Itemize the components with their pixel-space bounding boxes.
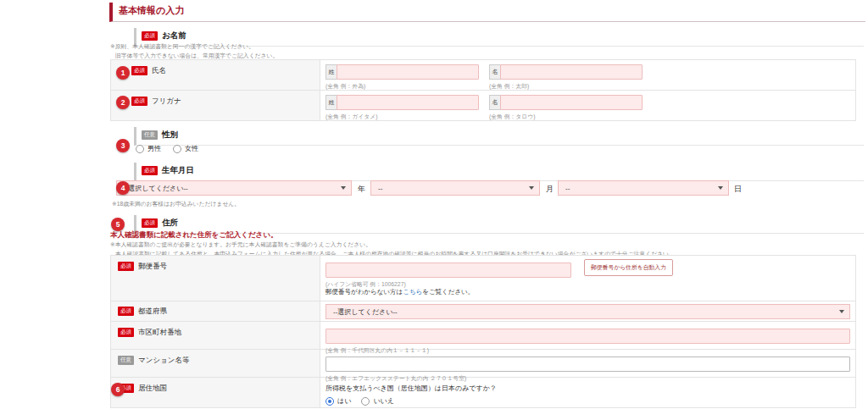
required-badge: 必須 bbox=[118, 307, 134, 316]
table-row-postal: 必須 郵便番号 郵便番号から住所を自動入力 (ハイフン省略可 例：1006227… bbox=[111, 256, 855, 301]
lastname-group: 姓 (全角 例：外為) bbox=[326, 64, 479, 91]
table-row-furigana: 必須 フリガナ 姓 (全角 例：ガイタメ) 名 (全角 例：タロウ) bbox=[111, 91, 855, 121]
address-lead-text: 本人確認書類に記載された住所をご記入ください。 bbox=[110, 230, 278, 240]
prefecture-value: --選択してください-- bbox=[333, 307, 398, 317]
table-row-residence: 必須 居住地国 所得税を支払うべき国（居住地国）は日本のみですか？ はい いいえ bbox=[111, 378, 855, 408]
residence-option-yes[interactable]: はい bbox=[326, 396, 351, 406]
required-badge: 必須 bbox=[142, 31, 158, 41]
firstname-group: 名 (全角 例：太郎) bbox=[489, 64, 643, 91]
lastname-input[interactable] bbox=[337, 64, 479, 80]
lastname-kana-group: 姓 (全角 例：ガイタメ) bbox=[326, 95, 479, 121]
name-notes: ※原則、本人確認書類と同一の漢字でご記入ください。 旧字体等で入力できない場合は… bbox=[110, 42, 278, 60]
required-badge: 必須 bbox=[118, 262, 134, 271]
city-label-cell: 必須 市区町村番地 bbox=[111, 322, 320, 349]
firstname-input[interactable] bbox=[500, 64, 643, 80]
section-title-birthdate: 生年月日 bbox=[162, 165, 194, 176]
year-unit-label: 年 bbox=[358, 184, 365, 195]
furigana-fields: 姓 (全角 例：ガイタメ) 名 (全角 例：タロウ) bbox=[320, 91, 855, 120]
section-header-birthdate: 必須 生年月日 bbox=[134, 163, 864, 181]
birth-day-value: -- bbox=[565, 185, 570, 192]
postal-link-line: 郵便番号がわからない方はこちらをご覧ください。 bbox=[326, 288, 474, 296]
required-badge: 必須 bbox=[142, 166, 158, 175]
required-badge: 必須 bbox=[118, 328, 134, 337]
building-input[interactable] bbox=[326, 356, 850, 372]
fullname-fields: 姓 (全角 例：外為) 名 (全角 例：太郎) bbox=[320, 60, 855, 90]
required-badge: 必須 bbox=[142, 218, 158, 228]
residence-label: 居住地国 bbox=[138, 384, 167, 394]
section-header-gender: 任意 性別 bbox=[134, 127, 864, 146]
birth-year-select[interactable]: --選択してください-- bbox=[116, 180, 352, 196]
firstname-kana-group: 名 (全角 例：タロウ) bbox=[489, 95, 643, 121]
firstname-hint: (全角 例：太郎) bbox=[489, 82, 643, 91]
postal-fields: 郵便番号から住所を自動入力 (ハイフン省略可 例：1006227) 郵便番号がわ… bbox=[320, 256, 855, 301]
postal-code-input[interactable] bbox=[326, 263, 571, 278]
required-badge: 必須 bbox=[131, 97, 147, 106]
radio-selected-icon[interactable] bbox=[326, 397, 334, 406]
residence-option-no[interactable]: いいえ bbox=[361, 396, 394, 406]
building-label-cell: 任意 マンション名等 bbox=[111, 350, 320, 377]
postal-hint: (ハイフン省略可 例：1006227) bbox=[326, 280, 855, 289]
birth-year-value: --選択してください-- bbox=[124, 184, 188, 193]
gender-option-male[interactable]: 男性 bbox=[136, 144, 161, 153]
table-row-city: 必須 市区町村番地 (全角 例：千代田区丸の内１－１１－１) bbox=[111, 322, 855, 350]
name-table: 必須 氏名 姓 (全角 例：外為) 名 (全角 例：太郎) bbox=[110, 59, 856, 121]
gender-option-female[interactable]: 女性 bbox=[173, 144, 198, 153]
chevron-down-icon bbox=[341, 186, 346, 190]
furigana-label-cell: 必須 フリガナ bbox=[111, 91, 320, 120]
lastname-kana-input[interactable] bbox=[337, 95, 479, 110]
residence-question: 所得税を支払うべき国（居住地国）は日本のみですか？ bbox=[326, 384, 855, 393]
table-row-fullname: 必須 氏名 姓 (全角 例：外為) 名 (全角 例：太郎) bbox=[111, 60, 855, 91]
month-unit-label: 月 bbox=[546, 184, 554, 195]
postal-link-pre: 郵便番号がわからない方は bbox=[326, 288, 403, 296]
residence-radio-group: はい いいえ bbox=[326, 396, 855, 406]
optional-badge: 任意 bbox=[142, 130, 158, 140]
fullname-label-cell: 必須 氏名 bbox=[111, 60, 320, 90]
city-label: 市区町村番地 bbox=[138, 328, 181, 338]
prefecture-label-cell: 必須 都道府県 bbox=[111, 301, 320, 321]
prefecture-select[interactable]: --選択してください-- bbox=[326, 304, 850, 319]
firstname-prefix: 名 bbox=[489, 64, 501, 80]
birth-month-select[interactable]: -- bbox=[370, 180, 540, 196]
optional-badge: 任意 bbox=[118, 356, 134, 365]
postal-help-link[interactable]: こちら bbox=[403, 288, 422, 296]
residence-yes-label: はい bbox=[337, 396, 351, 406]
section-title-address: 住所 bbox=[162, 218, 178, 229]
table-row-building: 任意 マンション名等 (全角 例：エフエックスステート丸の内 ２７０１号室) bbox=[111, 350, 855, 378]
firstname-kana-prefix: 名 bbox=[489, 95, 501, 110]
prefecture-field: --選択してください-- bbox=[320, 301, 855, 321]
lastname-hint: (全角 例：外為) bbox=[326, 82, 479, 91]
city-input[interactable] bbox=[326, 329, 850, 344]
postal-label-cell: 必須 郵便番号 bbox=[111, 256, 320, 301]
page-title: 基本情報の入力 bbox=[109, 3, 865, 22]
step-badge-1: 1 bbox=[116, 66, 130, 80]
furigana-label: フリガナ bbox=[152, 97, 181, 107]
residence-no-label: いいえ bbox=[373, 396, 394, 406]
gender-male-label: 男性 bbox=[147, 144, 161, 153]
residence-field: 所得税を支払うべき国（居住地国）は日本のみですか？ はい いいえ bbox=[320, 378, 855, 407]
birth-month-value: -- bbox=[378, 185, 382, 192]
building-field: (全角 例：エフエックスステート丸の内 ２７０１号室) bbox=[320, 350, 855, 377]
postal-link-post: をご覧ください。 bbox=[422, 288, 474, 296]
required-badge: 必須 bbox=[131, 66, 147, 75]
name-note-line1: ※原則、本人確認書類と同一の漢字でご記入ください。 bbox=[110, 42, 278, 52]
radio-icon[interactable] bbox=[173, 145, 181, 153]
postal-label: 郵便番号 bbox=[138, 262, 167, 272]
firstname-kana-input[interactable] bbox=[500, 95, 643, 110]
table-row-prefecture: 必須 都道府県 --選択してください-- bbox=[111, 301, 855, 322]
step-badge-4: 4 bbox=[116, 181, 130, 195]
residence-label-cell: 必須 居住地国 bbox=[111, 378, 320, 407]
firstname-kana-hint: (全角 例：タロウ) bbox=[489, 113, 643, 121]
radio-icon[interactable] bbox=[136, 145, 144, 153]
step-badge-3: 3 bbox=[116, 139, 130, 152]
radio-icon[interactable] bbox=[361, 397, 370, 406]
fullname-label: 氏名 bbox=[152, 66, 166, 76]
day-unit-label: 日 bbox=[734, 184, 742, 195]
prefecture-label: 都道府県 bbox=[138, 307, 167, 317]
address-table: 必須 郵便番号 郵便番号から住所を自動入力 (ハイフン省略可 例：1006227… bbox=[110, 255, 856, 408]
birth-day-select[interactable]: -- bbox=[558, 180, 729, 196]
chevron-down-icon bbox=[718, 186, 723, 190]
gender-radio-group: 男性 女性 bbox=[136, 144, 198, 153]
postal-autofill-button[interactable]: 郵便番号から住所を自動入力 bbox=[584, 259, 673, 276]
chevron-down-icon bbox=[529, 186, 534, 190]
section-title-gender: 性別 bbox=[162, 130, 178, 141]
